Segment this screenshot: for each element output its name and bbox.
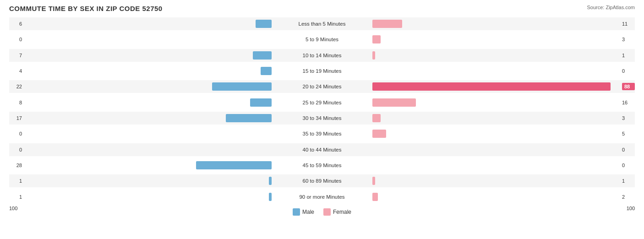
legend-female-box: [323, 208, 331, 216]
chart-container: COMMUTE TIME BY SEX IN ZIP CODE 52750 So…: [0, 0, 644, 239]
female-value: 1: [622, 53, 635, 58]
left-side: 0: [9, 33, 272, 46]
right-side: 5: [372, 127, 635, 140]
female-value: 3: [622, 115, 635, 121]
male-bar-wrapper: [24, 33, 272, 46]
legend-male: Male: [293, 208, 314, 216]
left-side: 1: [9, 190, 272, 203]
bar-row: 8 25 to 29 Minutes 16: [9, 96, 635, 109]
center-label: 60 to 89 Minutes: [272, 178, 372, 184]
bar-row: 0 35 to 39 Minutes 5: [9, 127, 635, 140]
left-side: 8: [9, 96, 272, 109]
female-bar-wrapper: [372, 174, 620, 187]
female-value: 1: [622, 178, 635, 184]
female-value: 3: [622, 37, 635, 42]
left-side: 28: [9, 159, 272, 172]
female-bar: [372, 114, 381, 122]
male-bar: [261, 67, 272, 75]
female-value: 0: [622, 147, 635, 152]
left-side: 22: [9, 80, 272, 93]
center-label: 5 to 9 Minutes: [272, 37, 372, 42]
bars-area: 6 Less than 5 Minutes 11 0 5 to 9 Minute…: [9, 16, 635, 205]
male-bar-wrapper: [24, 174, 272, 187]
male-value: 4: [9, 68, 22, 74]
male-bar: [212, 82, 272, 91]
center-label: 15 to 19 Minutes: [272, 68, 372, 74]
bar-row: 1 60 to 89 Minutes 1: [9, 174, 635, 187]
right-side: 0: [372, 159, 635, 172]
female-bar-wrapper: [372, 80, 620, 93]
male-value: 7: [9, 53, 22, 58]
male-bar: [196, 161, 272, 169]
male-value: 0: [9, 147, 22, 152]
female-bar-wrapper: [372, 127, 620, 140]
male-bar-wrapper: [24, 159, 272, 172]
chart-title: COMMUTE TIME BY SEX IN ZIP CODE 52750: [9, 5, 635, 12]
male-bar-wrapper: [24, 112, 272, 125]
axis-labels: 100 Male Female 100: [9, 206, 635, 216]
male-bar-wrapper: [24, 127, 272, 140]
female-bar: [372, 20, 402, 28]
female-bar-wrapper: [372, 49, 620, 62]
right-side: 2: [372, 190, 635, 203]
male-bar: [226, 114, 272, 122]
male-value: 28: [9, 163, 22, 168]
female-bar-wrapper: [372, 65, 620, 77]
source-text: Source: ZipAtlas.com: [587, 5, 635, 10]
female-value: 88: [622, 83, 635, 90]
legend: Male Female: [293, 208, 351, 216]
male-value: 1: [9, 194, 22, 200]
bar-row: 0 5 to 9 Minutes 3: [9, 33, 635, 46]
left-side: 17: [9, 112, 272, 125]
center-label: 90 or more Minutes: [272, 194, 372, 200]
bar-row: 6 Less than 5 Minutes 11: [9, 17, 635, 30]
bar-row: 28 45 to 59 Minutes 0: [9, 159, 635, 172]
female-value: 11: [622, 21, 635, 27]
male-bar-wrapper: [24, 80, 272, 93]
male-bar: [250, 98, 272, 107]
female-bar-wrapper: [372, 33, 620, 46]
left-side: 0: [9, 127, 272, 140]
male-bar: [256, 20, 272, 28]
female-bar-wrapper: [372, 159, 620, 172]
male-bar-wrapper: [24, 49, 272, 62]
female-value: 0: [622, 163, 635, 168]
center-label: 20 to 24 Minutes: [272, 84, 372, 89]
right-side: 0: [372, 65, 635, 77]
center-label: 45 to 59 Minutes: [272, 163, 372, 168]
female-value: 0: [622, 68, 635, 74]
legend-male-label: Male: [302, 209, 314, 215]
legend-male-box: [293, 208, 300, 216]
bar-row: 4 15 to 19 Minutes 0: [9, 65, 635, 77]
center-label: 35 to 39 Minutes: [272, 131, 372, 136]
right-side: 11: [372, 17, 635, 30]
female-value: 16: [622, 100, 635, 105]
male-value: 6: [9, 21, 22, 27]
center-label: 10 to 14 Minutes: [272, 53, 372, 58]
bar-row: 1 90 or more Minutes 2: [9, 190, 635, 203]
bar-row: 17 30 to 34 Minutes 3: [9, 112, 635, 125]
female-bar-wrapper: [372, 143, 620, 156]
female-bar-wrapper: [372, 190, 620, 203]
female-bar: [372, 82, 611, 91]
legend-female: Female: [323, 208, 351, 216]
right-side: 1: [372, 49, 635, 62]
center-label: 40 to 44 Minutes: [272, 147, 372, 152]
male-value: 0: [9, 131, 22, 136]
male-value: 22: [9, 84, 22, 89]
legend-female-label: Female: [333, 209, 351, 215]
male-bar-wrapper: [24, 65, 272, 77]
female-bar: [372, 193, 378, 201]
left-side: 7: [9, 49, 272, 62]
left-side: 4: [9, 65, 272, 77]
axis-left-label: 100: [9, 206, 17, 216]
left-side: 0: [9, 143, 272, 156]
right-side: 3: [372, 33, 635, 46]
bar-row: 0 40 to 44 Minutes 0: [9, 143, 635, 156]
bar-row: 22 20 to 24 Minutes 88: [9, 80, 635, 93]
female-value: 5: [622, 131, 635, 136]
male-value: 8: [9, 100, 22, 105]
female-bar-wrapper: [372, 112, 620, 125]
male-bar-wrapper: [24, 96, 272, 109]
left-side: 6: [9, 17, 272, 30]
